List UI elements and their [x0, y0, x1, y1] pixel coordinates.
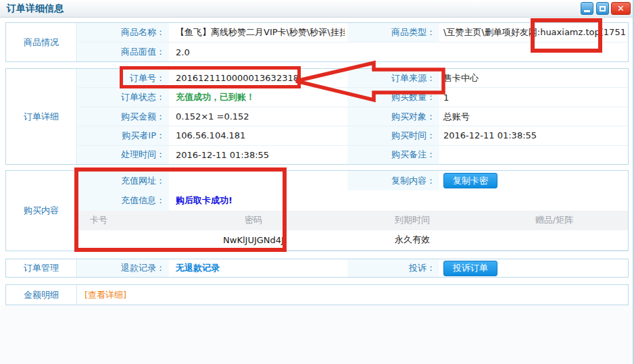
buy-quantity-value: 1 — [443, 88, 627, 106]
buy-target-value: 总账号 — [443, 107, 627, 126]
buy-remark-label: 购买备注： — [347, 146, 439, 164]
expire-time-header: 到期时间 — [362, 211, 463, 230]
password-value: NwKlJUJGNd4J — [213, 230, 294, 250]
section-content: 购买内容 充值网址： 复制内容： 复制卡密 充值信息： 购后取卡成功! 卡号 密… — [5, 170, 629, 251]
recharge-info-value: 购后取卡成功! — [169, 194, 233, 207]
buy-amount-value: 0.152×1 =0.152 — [169, 111, 249, 122]
section-order: 订单详细 订单号： 2016121110000013632318 订单来源： 售… — [5, 68, 629, 165]
order-number-value: 2016121110000013632318 — [169, 73, 299, 83]
password-header: 密码 — [213, 211, 294, 230]
copy-card-button[interactable]: 复制卡密 — [443, 173, 497, 188]
section-product-label: 商品情况 — [6, 23, 77, 61]
recharge-info-label: 充值信息： — [78, 190, 169, 210]
maximize-button[interactable] — [596, 2, 609, 15]
refund-record-value: 无退款记录 — [169, 262, 220, 274]
order-row: 处理时间： 2016-12-11 01:38:55 购买备注： — [78, 146, 628, 164]
view-detail-link[interactable]: [查看详细] — [78, 289, 126, 301]
expire-time-value: 永久有效 — [362, 230, 463, 250]
order-source-value: 售卡中心 — [443, 69, 627, 87]
refund-record-label: 退款记录： — [78, 259, 169, 277]
order-detail-window: 订单详细信息 ✕ 商品情况 商品名称： 【鱼飞】离线秒赞二月VIP卡\秒赞\秒评… — [0, 0, 634, 364]
product-face-label: 商品面值： — [78, 43, 169, 61]
card-number-value — [90, 230, 144, 250]
order-row: 购买金额： 0.152×1 =0.152 购买对象： 总账号 — [78, 107, 628, 126]
buy-quantity-label: 购买数量： — [347, 88, 439, 106]
buyer-ip-value: 106.56.104.181 — [169, 130, 245, 140]
buy-remark-value — [443, 146, 627, 164]
section-order-label: 订单详细 — [6, 69, 77, 164]
section-product: 商品情况 商品名称： 【鱼飞】离线秒赞二月VIP卡\秒赞\秒评\挂挂 商品类型：… — [5, 22, 629, 62]
process-time-value: 2016-12-11 01:38:55 — [169, 150, 269, 160]
section-amount: 金额明细 [查看详细] — [5, 284, 629, 305]
page-background — [0, 305, 634, 364]
product-type-value: \互赞主页\删单项好友网:huaxiamz.top(17517 — [443, 23, 627, 42]
recharge-url-label: 充值网址： — [78, 171, 169, 190]
gift-matrix-value — [504, 230, 605, 250]
section-manage-label: 订单管理 — [6, 259, 77, 277]
product-name-label: 商品名称： — [78, 23, 169, 42]
order-status-label: 订单状态： — [78, 88, 169, 106]
minimize-button[interactable] — [581, 2, 593, 15]
complaint-label: 投诉： — [347, 259, 439, 277]
minimize-icon — [584, 10, 590, 12]
card-table-header: 卡号 密码 到期时间 赠品/矩阵 — [78, 211, 628, 230]
section-content-label: 购买内容 — [6, 171, 77, 251]
close-button[interactable]: ✕ — [611, 2, 631, 15]
gift-matrix-header: 赠品/矩阵 — [504, 211, 605, 230]
order-row: 订单号： 2016121110000013632318 订单来源： 售卡中心 — [78, 69, 628, 88]
titlebar: 订单详细信息 ✕ — [0, 0, 634, 18]
buy-amount-label: 购买金额： — [78, 107, 169, 126]
card-table-row: NwKlJUJGNd4J 永久有效 — [78, 230, 628, 251]
buy-time-label: 购买时间： — [347, 126, 439, 145]
card-number-header: 卡号 — [90, 211, 144, 230]
maximize-icon — [600, 6, 606, 11]
copy-content-label: 复制内容： — [347, 171, 439, 190]
complain-order-button[interactable]: 投诉订单 — [443, 261, 497, 276]
order-status-value: 充值成功，已到账！ — [169, 91, 255, 103]
order-source-label: 订单来源： — [347, 69, 439, 87]
product-face-value: 2.0 — [169, 47, 190, 57]
order-number-label: 订单号： — [78, 69, 169, 87]
product-name-value: 【鱼飞】离线秒赞二月VIP卡\秒赞\秒评\挂挂 — [169, 26, 345, 38]
buy-time-value: 2016-12-11 01:38:55 — [443, 126, 627, 145]
order-row: 购买者IP： 106.56.104.181 购买时间： 2016-12-11 0… — [78, 126, 628, 145]
page-title: 订单详细信息 — [7, 0, 64, 17]
order-row: 订单状态： 充值成功，已到账！ 购买数量： 1 — [78, 88, 628, 107]
buyer-ip-label: 购买者IP： — [78, 126, 169, 145]
process-time-label: 处理时间： — [78, 146, 169, 164]
section-amount-label: 金额明细 — [6, 285, 77, 305]
buy-target-label: 购买对象： — [347, 107, 439, 126]
section-manage: 订单管理 退款记录： 无退款记录 投诉： 投诉订单 — [5, 259, 629, 278]
close-icon: ✕ — [617, 3, 625, 14]
product-type-label: 商品类型： — [347, 23, 439, 42]
